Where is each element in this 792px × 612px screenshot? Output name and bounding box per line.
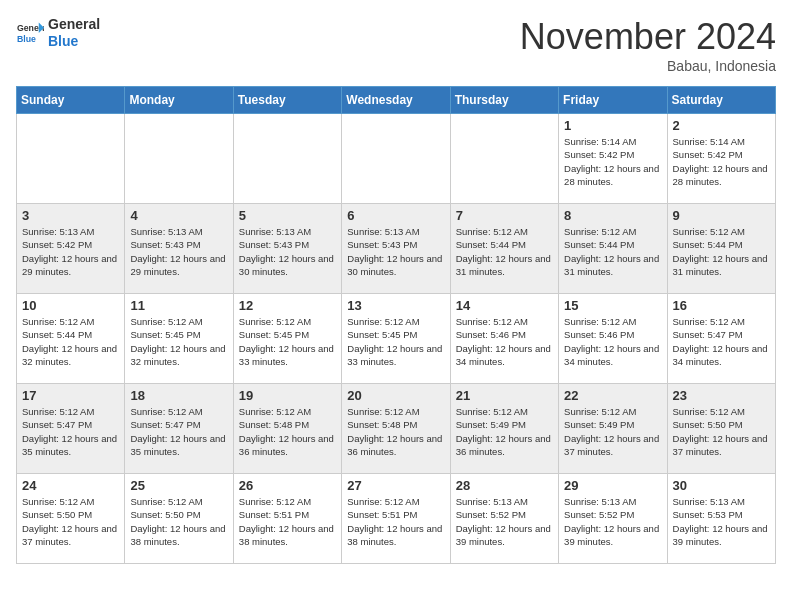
day-number: 30: [673, 478, 770, 493]
calendar-cell: 25Sunrise: 5:12 AM Sunset: 5:50 PM Dayli…: [125, 474, 233, 564]
day-info: Sunrise: 5:13 AM Sunset: 5:52 PM Dayligh…: [456, 495, 553, 548]
day-number: 7: [456, 208, 553, 223]
day-number: 4: [130, 208, 227, 223]
day-number: 12: [239, 298, 336, 313]
day-number: 26: [239, 478, 336, 493]
day-info: Sunrise: 5:12 AM Sunset: 5:49 PM Dayligh…: [456, 405, 553, 458]
calendar-cell: 22Sunrise: 5:12 AM Sunset: 5:49 PM Dayli…: [559, 384, 667, 474]
day-number: 16: [673, 298, 770, 313]
calendar-cell: 17Sunrise: 5:12 AM Sunset: 5:47 PM Dayli…: [17, 384, 125, 474]
day-number: 3: [22, 208, 119, 223]
day-info: Sunrise: 5:13 AM Sunset: 5:43 PM Dayligh…: [347, 225, 444, 278]
weekday-header-saturday: Saturday: [667, 87, 775, 114]
calendar-cell: 11Sunrise: 5:12 AM Sunset: 5:45 PM Dayli…: [125, 294, 233, 384]
calendar-cell: 4Sunrise: 5:13 AM Sunset: 5:43 PM Daylig…: [125, 204, 233, 294]
calendar-cell: 12Sunrise: 5:12 AM Sunset: 5:45 PM Dayli…: [233, 294, 341, 384]
calendar-week-row: 10Sunrise: 5:12 AM Sunset: 5:44 PM Dayli…: [17, 294, 776, 384]
day-info: Sunrise: 5:12 AM Sunset: 5:50 PM Dayligh…: [673, 405, 770, 458]
calendar-cell: 8Sunrise: 5:12 AM Sunset: 5:44 PM Daylig…: [559, 204, 667, 294]
weekday-header-wednesday: Wednesday: [342, 87, 450, 114]
day-number: 18: [130, 388, 227, 403]
day-info: Sunrise: 5:12 AM Sunset: 5:44 PM Dayligh…: [564, 225, 661, 278]
calendar-week-row: 3Sunrise: 5:13 AM Sunset: 5:42 PM Daylig…: [17, 204, 776, 294]
day-info: Sunrise: 5:12 AM Sunset: 5:47 PM Dayligh…: [22, 405, 119, 458]
calendar-cell: [17, 114, 125, 204]
calendar-cell: [342, 114, 450, 204]
weekday-header-sunday: Sunday: [17, 87, 125, 114]
day-info: Sunrise: 5:12 AM Sunset: 5:50 PM Dayligh…: [130, 495, 227, 548]
calendar-cell: 28Sunrise: 5:13 AM Sunset: 5:52 PM Dayli…: [450, 474, 558, 564]
day-number: 17: [22, 388, 119, 403]
day-info: Sunrise: 5:12 AM Sunset: 5:47 PM Dayligh…: [130, 405, 227, 458]
day-info: Sunrise: 5:12 AM Sunset: 5:47 PM Dayligh…: [673, 315, 770, 368]
calendar: SundayMondayTuesdayWednesdayThursdayFrid…: [16, 86, 776, 564]
day-number: 21: [456, 388, 553, 403]
weekday-header-thursday: Thursday: [450, 87, 558, 114]
calendar-week-row: 17Sunrise: 5:12 AM Sunset: 5:47 PM Dayli…: [17, 384, 776, 474]
logo-general: General: [48, 16, 100, 33]
day-number: 5: [239, 208, 336, 223]
logo-icon: General Blue: [16, 19, 44, 47]
day-info: Sunrise: 5:12 AM Sunset: 5:44 PM Dayligh…: [22, 315, 119, 368]
calendar-cell: [233, 114, 341, 204]
day-info: Sunrise: 5:12 AM Sunset: 5:46 PM Dayligh…: [456, 315, 553, 368]
day-number: 8: [564, 208, 661, 223]
logo: General Blue General Blue: [16, 16, 100, 50]
day-number: 28: [456, 478, 553, 493]
day-number: 23: [673, 388, 770, 403]
day-number: 15: [564, 298, 661, 313]
day-info: Sunrise: 5:12 AM Sunset: 5:50 PM Dayligh…: [22, 495, 119, 548]
calendar-cell: 5Sunrise: 5:13 AM Sunset: 5:43 PM Daylig…: [233, 204, 341, 294]
day-info: Sunrise: 5:12 AM Sunset: 5:48 PM Dayligh…: [239, 405, 336, 458]
day-info: Sunrise: 5:13 AM Sunset: 5:43 PM Dayligh…: [130, 225, 227, 278]
calendar-cell: 3Sunrise: 5:13 AM Sunset: 5:42 PM Daylig…: [17, 204, 125, 294]
location: Babau, Indonesia: [520, 58, 776, 74]
day-number: 6: [347, 208, 444, 223]
day-number: 1: [564, 118, 661, 133]
calendar-cell: 18Sunrise: 5:12 AM Sunset: 5:47 PM Dayli…: [125, 384, 233, 474]
day-number: 10: [22, 298, 119, 313]
calendar-cell: 30Sunrise: 5:13 AM Sunset: 5:53 PM Dayli…: [667, 474, 775, 564]
day-info: Sunrise: 5:12 AM Sunset: 5:45 PM Dayligh…: [130, 315, 227, 368]
weekday-header-friday: Friday: [559, 87, 667, 114]
title-block: November 2024 Babau, Indonesia: [520, 16, 776, 74]
day-info: Sunrise: 5:12 AM Sunset: 5:44 PM Dayligh…: [456, 225, 553, 278]
weekday-header-monday: Monday: [125, 87, 233, 114]
calendar-cell: 1Sunrise: 5:14 AM Sunset: 5:42 PM Daylig…: [559, 114, 667, 204]
day-number: 2: [673, 118, 770, 133]
calendar-cell: 20Sunrise: 5:12 AM Sunset: 5:48 PM Dayli…: [342, 384, 450, 474]
calendar-cell: 15Sunrise: 5:12 AM Sunset: 5:46 PM Dayli…: [559, 294, 667, 384]
calendar-cell: [450, 114, 558, 204]
calendar-cell: 29Sunrise: 5:13 AM Sunset: 5:52 PM Dayli…: [559, 474, 667, 564]
weekday-header-tuesday: Tuesday: [233, 87, 341, 114]
day-info: Sunrise: 5:12 AM Sunset: 5:46 PM Dayligh…: [564, 315, 661, 368]
day-info: Sunrise: 5:12 AM Sunset: 5:48 PM Dayligh…: [347, 405, 444, 458]
calendar-week-row: 24Sunrise: 5:12 AM Sunset: 5:50 PM Dayli…: [17, 474, 776, 564]
calendar-cell: 2Sunrise: 5:14 AM Sunset: 5:42 PM Daylig…: [667, 114, 775, 204]
day-number: 9: [673, 208, 770, 223]
day-info: Sunrise: 5:13 AM Sunset: 5:43 PM Dayligh…: [239, 225, 336, 278]
day-info: Sunrise: 5:12 AM Sunset: 5:45 PM Dayligh…: [239, 315, 336, 368]
calendar-cell: 14Sunrise: 5:12 AM Sunset: 5:46 PM Dayli…: [450, 294, 558, 384]
calendar-cell: 27Sunrise: 5:12 AM Sunset: 5:51 PM Dayli…: [342, 474, 450, 564]
logo-blue: Blue: [48, 33, 100, 50]
calendar-cell: 6Sunrise: 5:13 AM Sunset: 5:43 PM Daylig…: [342, 204, 450, 294]
day-info: Sunrise: 5:12 AM Sunset: 5:49 PM Dayligh…: [564, 405, 661, 458]
day-info: Sunrise: 5:12 AM Sunset: 5:51 PM Dayligh…: [347, 495, 444, 548]
day-number: 13: [347, 298, 444, 313]
day-number: 27: [347, 478, 444, 493]
day-number: 14: [456, 298, 553, 313]
day-info: Sunrise: 5:12 AM Sunset: 5:44 PM Dayligh…: [673, 225, 770, 278]
calendar-cell: 21Sunrise: 5:12 AM Sunset: 5:49 PM Dayli…: [450, 384, 558, 474]
month-title: November 2024: [520, 16, 776, 58]
day-number: 24: [22, 478, 119, 493]
calendar-cell: 10Sunrise: 5:12 AM Sunset: 5:44 PM Dayli…: [17, 294, 125, 384]
day-number: 29: [564, 478, 661, 493]
day-info: Sunrise: 5:13 AM Sunset: 5:42 PM Dayligh…: [22, 225, 119, 278]
day-info: Sunrise: 5:14 AM Sunset: 5:42 PM Dayligh…: [564, 135, 661, 188]
day-info: Sunrise: 5:12 AM Sunset: 5:45 PM Dayligh…: [347, 315, 444, 368]
day-number: 11: [130, 298, 227, 313]
calendar-cell: 9Sunrise: 5:12 AM Sunset: 5:44 PM Daylig…: [667, 204, 775, 294]
calendar-cell: 26Sunrise: 5:12 AM Sunset: 5:51 PM Dayli…: [233, 474, 341, 564]
calendar-header-row: SundayMondayTuesdayWednesdayThursdayFrid…: [17, 87, 776, 114]
